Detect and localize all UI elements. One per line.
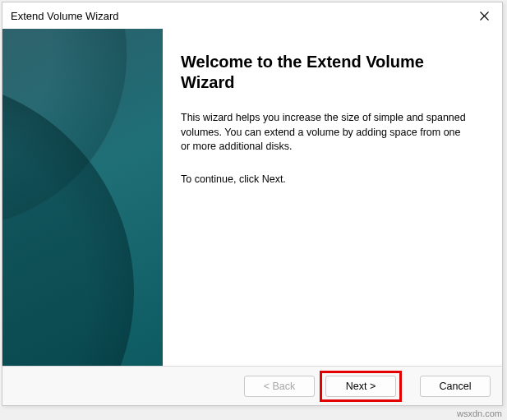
close-icon (480, 12, 489, 21)
back-button: < Back (244, 376, 315, 397)
next-button[interactable]: Next > (325, 376, 396, 397)
close-button[interactable] (466, 2, 502, 29)
content-area: Welcome to the Extend Volume Wizard This… (2, 29, 502, 366)
next-button-highlight: Next > (320, 371, 402, 402)
wizard-heading: Welcome to the Extend Volume Wizard (181, 52, 481, 93)
wizard-main-content: Welcome to the Extend Volume Wizard This… (163, 29, 502, 366)
button-bar: < Back Next > Cancel (2, 366, 502, 405)
wizard-continue-text: To continue, click Next. (181, 173, 481, 187)
wizard-body-text: This wizard helps you increase the size … (181, 111, 468, 155)
window-title: Extend Volume Wizard (11, 10, 466, 22)
nav-button-group: < Back Next > (244, 371, 402, 402)
wizard-sidebar-graphic (2, 29, 163, 366)
watermark-text: wsxdn.com (457, 408, 502, 418)
titlebar: Extend Volume Wizard (2, 2, 502, 29)
wizard-dialog: Extend Volume Wizard Welcome to the Exte… (2, 2, 503, 406)
cancel-button[interactable]: Cancel (420, 376, 491, 397)
